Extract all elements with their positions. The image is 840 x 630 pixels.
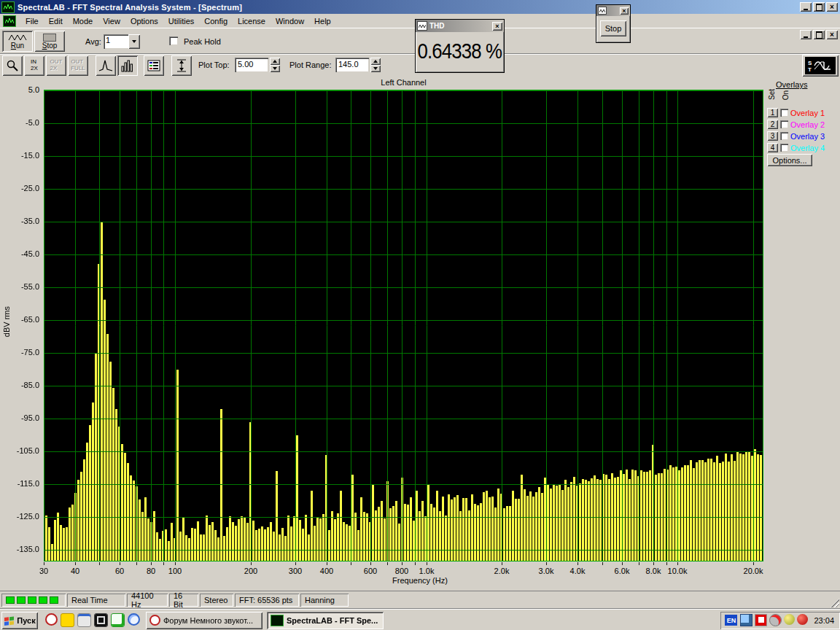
overlay-set-button-1[interactable]: 1 <box>767 108 778 117</box>
y-tick-label: -25.0 <box>3 184 39 192</box>
x-tick <box>639 562 639 565</box>
overlay-set-button-3[interactable]: 3 <box>767 131 778 141</box>
stop-floating-button[interactable]: Stop <box>600 20 626 36</box>
overlay-set-button-4[interactable]: 4 <box>767 143 778 152</box>
taskbar-button[interactable]: Форум Немного звукот... <box>146 612 262 629</box>
zoom-out-2x-button[interactable]: OUT2X <box>46 55 66 76</box>
tray-agent-icon[interactable] <box>769 614 782 626</box>
restore-button[interactable] <box>813 2 825 12</box>
overlay-row: 4Overlay 4 <box>767 142 825 153</box>
zoom-out-full-button[interactable]: OUTFULL <box>68 55 88 76</box>
menu-item-help[interactable]: Help <box>309 15 336 27</box>
menu-item-file[interactable]: File <box>20 15 44 27</box>
menu-item-license[interactable]: License <box>233 15 271 27</box>
overlay-on-checkbox-4[interactable] <box>780 144 788 152</box>
plot-top-spinner[interactable] <box>270 58 280 72</box>
language-indicator[interactable]: EN <box>725 615 737 626</box>
task-label: Форум Немного звукот... <box>163 616 253 625</box>
plot-range-spin-down-icon[interactable] <box>370 65 381 72</box>
vertical-scale-button[interactable] <box>171 55 192 76</box>
signal-generator-button[interactable]: S T <box>802 55 839 77</box>
zoom-cursor-button[interactable] <box>2 55 23 76</box>
plot-top-spin-down-icon[interactable] <box>270 65 280 72</box>
tray-sphere-icon[interactable] <box>784 614 795 625</box>
overlay-on-checkbox-1[interactable] <box>780 109 788 117</box>
plot-range-spinner[interactable] <box>370 58 381 72</box>
quicklaunch-skull-icon[interactable] <box>94 613 108 627</box>
overlays-set-label: Set <box>768 89 776 100</box>
status-panel: 16 Bit <box>169 594 198 607</box>
progress-panel <box>1 594 66 607</box>
svg-text:S: S <box>808 60 812 66</box>
run-button[interactable]: Run <box>2 31 33 52</box>
avg-combobox[interactable]: 1 <box>104 34 140 49</box>
avg-dropdown-icon[interactable] <box>128 34 140 49</box>
stop-window-title-bar[interactable]: × <box>596 5 630 16</box>
spectrum-plot[interactable] <box>44 90 763 561</box>
y-tick-label: -125.0 <box>3 512 39 521</box>
x-axis-title: Frequency (Hz) <box>347 576 493 585</box>
zoom-out-2x-label: OUT2X <box>50 59 63 72</box>
thd-title-bar[interactable]: THD × <box>416 20 504 32</box>
stop-button[interactable]: Stop <box>34 31 65 52</box>
x-tick <box>75 562 76 565</box>
thd-close-icon[interactable]: × <box>492 22 502 31</box>
progress-block <box>28 596 36 604</box>
minimize-button[interactable] <box>800 2 812 12</box>
overlay-label: Overlay 2 <box>790 120 825 129</box>
plot-range-label: Plot Range: <box>289 61 331 69</box>
window-controls: × <box>800 2 838 12</box>
overlay-on-checkbox-3[interactable] <box>780 132 788 140</box>
taskbar-button[interactable]: SpectraLAB - FFT Spe... <box>267 612 384 629</box>
quicklaunch-opera-icon[interactable] <box>45 613 58 626</box>
display-options-button[interactable] <box>144 55 164 76</box>
menu-item-edit[interactable]: Edit <box>44 15 68 27</box>
y-tick-label: -85.0 <box>3 381 39 389</box>
quicklaunch-qip-icon[interactable] <box>61 613 74 627</box>
menu-item-options[interactable]: Options <box>125 15 163 27</box>
stop-window-icon <box>598 7 607 15</box>
status-panel: Hanning <box>300 594 349 607</box>
close-button[interactable]: × <box>826 2 838 12</box>
x-tick <box>351 562 351 565</box>
zoom-in-2x-button[interactable]: IN2X <box>24 55 44 76</box>
x-tick <box>251 562 252 565</box>
tray-opera-ball-icon[interactable] <box>797 614 808 625</box>
y-tick-label: -45.0 <box>3 249 39 258</box>
overlays-options-button[interactable]: Options... <box>767 154 812 166</box>
plot-range-spin-up-icon[interactable] <box>370 58 381 65</box>
windows-logo-icon <box>4 615 15 626</box>
overlay-set-button-2[interactable]: 2 <box>767 120 778 129</box>
peak-hold-label: Peak Hold <box>184 37 221 46</box>
plot-range-input[interactable]: 145.0 <box>335 58 369 72</box>
stop-window-close-icon[interactable]: × <box>620 7 629 15</box>
tray-network-icon[interactable] <box>740 614 752 626</box>
menu-item-view[interactable]: View <box>98 15 125 27</box>
plot-top-label: Plot Top: <box>198 61 230 69</box>
menu-item-window[interactable]: Window <box>271 15 309 27</box>
x-tick <box>327 562 327 565</box>
overlay-on-checkbox-2[interactable] <box>780 120 788 128</box>
mdi-child-icon[interactable] <box>3 15 16 27</box>
x-tick <box>427 562 427 565</box>
quicklaunch-ie-icon[interactable] <box>128 613 140 626</box>
status-panel: Real Time <box>67 594 125 607</box>
plot-top-input[interactable]: 5.00 <box>235 58 268 72</box>
start-button[interactable]: Пуск <box>1 612 38 629</box>
quicklaunch-calendar-icon[interactable] <box>77 613 91 627</box>
line-plot-button[interactable] <box>96 55 116 76</box>
quicklaunch-music-icon[interactable] <box>111 613 125 627</box>
y-tick-label: -115.0 <box>3 479 39 488</box>
x-tick <box>653 562 654 565</box>
menu-item-utilities[interactable]: Utilities <box>163 15 199 27</box>
x-tick <box>370 562 371 565</box>
plot-top-spin-up-icon[interactable] <box>270 58 280 65</box>
menu-item-mode[interactable]: Mode <box>68 15 98 27</box>
x-tick <box>120 562 120 565</box>
progress-block <box>39 596 47 604</box>
tray-kaspersky-icon[interactable] <box>755 614 767 626</box>
x-tick <box>546 562 547 565</box>
peak-hold-checkbox[interactable] <box>169 36 178 45</box>
menu-item-config[interactable]: Config <box>199 15 233 27</box>
bar-plot-button[interactable] <box>117 55 138 76</box>
